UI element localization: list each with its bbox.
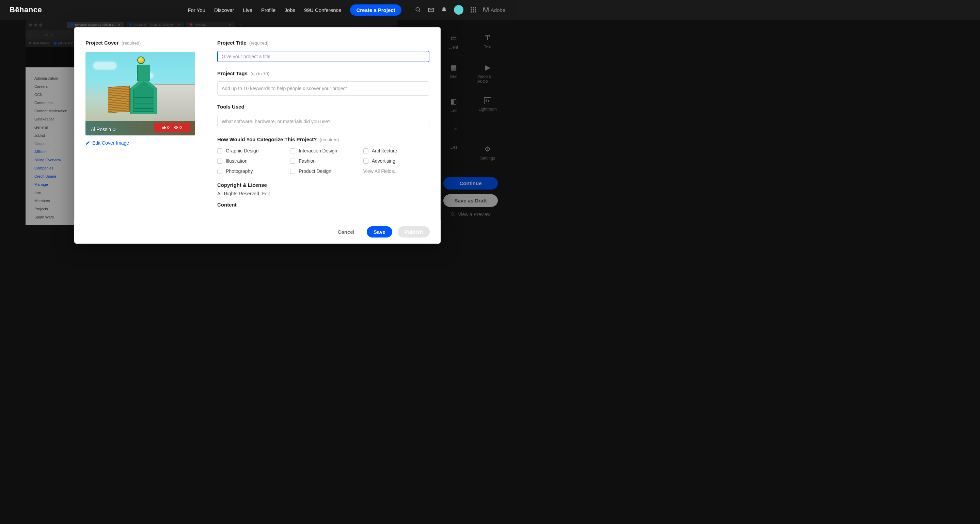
bell-icon[interactable] bbox=[441, 7, 447, 13]
category-option[interactable]: Product Design bbox=[290, 168, 356, 174]
content-label: Content bbox=[217, 202, 237, 208]
cover-stats: 0 0 bbox=[154, 123, 190, 132]
svg-rect-4 bbox=[475, 8, 476, 8]
nav-links: For You Discover Live Profile Jobs 99U C… bbox=[188, 5, 401, 16]
svg-rect-10 bbox=[475, 11, 476, 13]
category-option[interactable]: Interaction Design bbox=[290, 148, 356, 154]
mail-icon[interactable] bbox=[428, 7, 434, 13]
checkbox[interactable] bbox=[217, 148, 222, 154]
avatar[interactable] bbox=[454, 5, 463, 14]
category-label: Photography bbox=[226, 168, 253, 174]
svg-rect-3 bbox=[473, 8, 474, 8]
create-project-button[interactable]: Create a Project bbox=[350, 5, 401, 16]
search-icon[interactable] bbox=[415, 7, 421, 13]
svg-point-13 bbox=[113, 128, 115, 131]
required-hint: (required) bbox=[320, 137, 339, 142]
project-tags-input[interactable] bbox=[217, 81, 430, 95]
category-label: Illustration bbox=[226, 158, 248, 164]
category-label: How Would You Categorize This Project? bbox=[217, 137, 317, 142]
svg-point-0 bbox=[416, 8, 420, 11]
publish-button[interactable]: Publish bbox=[398, 226, 430, 238]
required-hint: (required) bbox=[249, 40, 268, 46]
top-nav: Bēhance For You Discover Live Profile Jo… bbox=[0, 0, 515, 20]
adobe-label: Adobe bbox=[491, 7, 505, 13]
project-title-input[interactable] bbox=[217, 51, 430, 62]
nav-discover[interactable]: Discover bbox=[214, 7, 234, 13]
tools-used-input[interactable] bbox=[217, 115, 430, 128]
brand-logo[interactable]: Bēhance bbox=[10, 5, 42, 14]
checkbox[interactable] bbox=[363, 159, 368, 164]
tags-hint: (up to 10) bbox=[250, 71, 269, 76]
svg-rect-8 bbox=[471, 11, 472, 13]
nav-live[interactable]: Live bbox=[243, 7, 252, 13]
nav-for-you[interactable]: For You bbox=[188, 7, 205, 13]
nav-profile[interactable]: Profile bbox=[261, 7, 276, 13]
checkbox[interactable] bbox=[217, 169, 222, 174]
category-option[interactable]: Advertising bbox=[363, 158, 430, 164]
checkbox[interactable] bbox=[217, 159, 222, 164]
nav-jobs[interactable]: Jobs bbox=[284, 7, 295, 13]
svg-rect-5 bbox=[471, 10, 472, 11]
copyright-label: Copyright & License bbox=[217, 182, 267, 188]
checkbox[interactable] bbox=[363, 148, 368, 154]
view-all-fields-link[interactable]: View All Fields... bbox=[363, 168, 430, 174]
category-label: Fashion bbox=[299, 158, 316, 164]
category-label: Advertising bbox=[372, 158, 395, 164]
category-label: Product Design bbox=[299, 168, 331, 174]
cover-preview: Al Rossin 0 0 bbox=[86, 52, 195, 135]
svg-rect-9 bbox=[473, 11, 474, 13]
category-option[interactable]: Graphic Design bbox=[217, 148, 283, 154]
copyright-edit-link[interactable]: Edit bbox=[262, 191, 270, 196]
edit-cover-button[interactable]: Edit Cover Image bbox=[86, 140, 195, 146]
checkbox[interactable] bbox=[290, 148, 295, 154]
tools-used-label: Tools Used bbox=[217, 104, 245, 110]
svg-rect-2 bbox=[471, 8, 472, 8]
svg-rect-7 bbox=[475, 10, 476, 11]
project-title-label: Project Title bbox=[217, 40, 247, 46]
svg-rect-6 bbox=[473, 10, 474, 11]
nav-99u[interactable]: 99U Conference bbox=[304, 7, 341, 13]
apps-grid-icon[interactable] bbox=[470, 7, 476, 13]
copyright-value: All Rights Reserved bbox=[217, 191, 259, 196]
save-button[interactable]: Save bbox=[367, 226, 392, 238]
category-option[interactable]: Illustration bbox=[217, 158, 283, 164]
checkbox[interactable] bbox=[290, 169, 295, 174]
project-settings-modal: Project Cover (required) bbox=[74, 27, 441, 244]
category-label: Graphic Design bbox=[226, 148, 259, 154]
cancel-button[interactable]: Cancel bbox=[331, 226, 361, 238]
project-cover-label: Project Cover bbox=[86, 40, 119, 46]
checkbox[interactable] bbox=[290, 159, 295, 164]
project-tags-label: Project Tags bbox=[217, 70, 248, 76]
adobe-logo[interactable]: Adobe bbox=[483, 7, 505, 13]
category-label: Architecture bbox=[372, 148, 398, 154]
cover-author: Al Rossin bbox=[91, 127, 116, 132]
required-hint: (required) bbox=[122, 40, 141, 46]
category-option[interactable]: Photography bbox=[217, 168, 283, 174]
category-option[interactable]: Architecture bbox=[363, 148, 430, 154]
category-label: Interaction Design bbox=[299, 148, 337, 154]
svg-line-1 bbox=[419, 11, 420, 12]
category-option[interactable]: Fashion bbox=[290, 158, 356, 164]
